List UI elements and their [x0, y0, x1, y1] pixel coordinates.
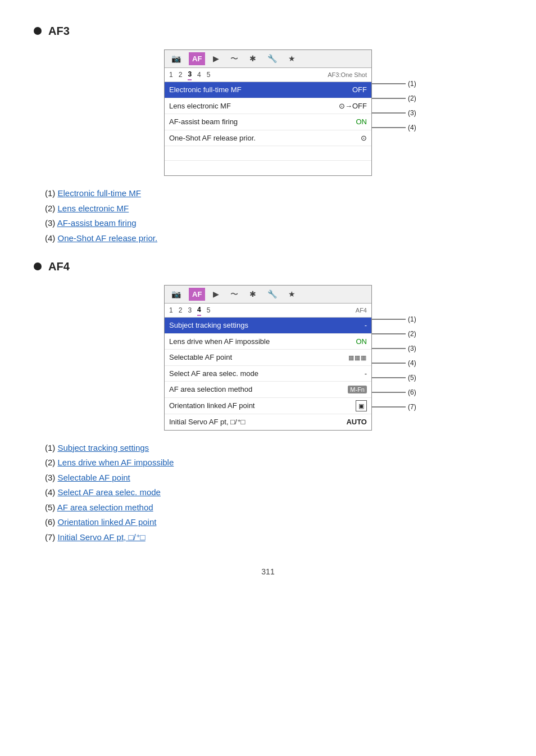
- af3-section: AF3 📷 AF ▶ 〜 ✱ 🔧 ★ 1 2 3: [34, 22, 502, 245]
- af3-link-4-anchor[interactable]: One-Shot AF release prior.: [58, 233, 158, 243]
- af4-subnav-2: 2: [179, 305, 183, 315]
- af4-menu-box: 📷 AF ▶ 〜 ✱ 🔧 ★ 1 2 3 4 5 AF4: [164, 285, 372, 431]
- af4-menu-container: 📷 AF ▶ 〜 ✱ 🔧 ★ 1 2 3 4 5 AF4: [34, 285, 502, 431]
- af4-link-3-anchor[interactable]: Selectable AF point: [58, 473, 130, 482]
- af3-row-2-label: Lens electronic MF: [169, 101, 339, 112]
- af4-tab-star: ★: [285, 287, 299, 301]
- af3-right-label: AF3:One Shot: [328, 70, 367, 80]
- af3-link-1: (1) Electronic full-time MF: [45, 187, 502, 200]
- af3-menu-container: 📷 AF ▶ 〜 ✱ 🔧 ★ 1 2 3 4 5 AF3:One Shot: [34, 49, 502, 176]
- af4-link-list: (1) Subject tracking settings (2) Lens d…: [45, 442, 502, 544]
- af4-row-4-value: -: [339, 368, 367, 379]
- af4-row-5: AF area selection method M-Fn: [165, 382, 371, 398]
- af4-row-1: Subject tracking settings -: [165, 318, 371, 334]
- af4-link-7: (7) Initial Servo AF pt, □/⁺□: [45, 531, 502, 544]
- af3-tab-wrench: 🔧: [264, 52, 280, 66]
- af4-row-7: Initial Servo AF pt, □/⁺□ AUTO: [165, 414, 371, 430]
- af3-row-2-value: ⊙→OFF: [339, 101, 367, 112]
- af4-link-5-anchor[interactable]: AF area selection method: [57, 503, 153, 512]
- af4-tab-camera: 📷: [168, 287, 184, 301]
- af3-row-4-value: ⊙: [339, 133, 367, 144]
- af4-subnav-3: 3: [188, 305, 192, 315]
- af4-tab-play: ▶: [210, 287, 222, 301]
- svg-text:(2): (2): [408, 94, 416, 102]
- af3-link-2: (2) Lens electronic MF: [45, 202, 502, 215]
- af4-row-7-label: Initial Servo AF pt, □/⁺□: [169, 417, 339, 428]
- af3-subnav-5: 5: [207, 70, 211, 80]
- af4-menu-tabs: 📷 AF ▶ 〜 ✱ 🔧 ★: [165, 286, 371, 304]
- af3-row-empty1: [165, 146, 371, 161]
- af3-menu-box: 📷 AF ▶ 〜 ✱ 🔧 ★ 1 2 3 4 5 AF3:One Shot: [164, 49, 372, 176]
- af3-subnav-3: 3: [188, 69, 192, 80]
- af4-link-2-anchor[interactable]: Lens drive when AF impossible: [58, 458, 174, 467]
- svg-text:(2): (2): [408, 330, 416, 338]
- af4-link-6-anchor[interactable]: Orientation linked AF point: [58, 517, 157, 527]
- af3-link-3-anchor[interactable]: AF-assist beam firing: [57, 218, 137, 228]
- af3-link-1-anchor[interactable]: Electronic full-time MF: [58, 188, 141, 198]
- af4-row-5-label: AF area selection method: [169, 384, 339, 395]
- svg-text:(5): (5): [408, 374, 416, 382]
- af4-link-4: (4) Select AF area selec. mode: [45, 486, 502, 499]
- af4-tab-wave: 〜: [227, 287, 242, 301]
- af4-right-label: AF4: [356, 306, 367, 315]
- af4-row-2: Lens drive when AF impossible ON: [165, 334, 371, 350]
- af3-subnav-4: 4: [197, 70, 201, 80]
- af4-tab-af: AF: [189, 288, 205, 301]
- af3-tab-play: ▶: [210, 52, 222, 66]
- af3-row-3-value: ON: [339, 116, 367, 128]
- af3-tab-star2: ✱: [246, 52, 260, 66]
- af3-row-1-value: OFF: [339, 84, 367, 96]
- af4-link-7-anchor[interactable]: Initial Servo AF pt, □/⁺□: [58, 532, 146, 542]
- af3-title: AF3: [48, 22, 70, 39]
- af4-row-1-value: -: [339, 320, 367, 331]
- af4-heading: AF4: [34, 258, 502, 275]
- svg-text:(1): (1): [408, 80, 416, 88]
- af4-link-4-anchor[interactable]: Select AF area selec. mode: [58, 487, 161, 497]
- af3-row-3-label: AF-assist beam firing: [169, 116, 339, 128]
- af4-row-3-value: ▦▦▦: [339, 353, 367, 363]
- svg-text:(4): (4): [408, 359, 416, 367]
- af4-row-2-label: Lens drive when AF impossible: [169, 336, 339, 347]
- af3-menu-tabs: 📷 AF ▶ 〜 ✱ 🔧 ★: [165, 50, 371, 68]
- af4-row-4: Select AF area selec. mode -: [165, 366, 371, 382]
- af3-tab-camera: 📷: [168, 52, 184, 66]
- af4-row-7-value: AUTO: [339, 417, 367, 428]
- af3-link-4: (4) One-Shot AF release prior.: [45, 232, 502, 245]
- af4-link-5: (5) AF area selection method: [45, 501, 502, 514]
- svg-text:(3): (3): [408, 109, 416, 117]
- af3-subnav-1: 1: [169, 70, 173, 80]
- af4-link-6: (6) Orientation linked AF point: [45, 516, 502, 529]
- af3-bullet: [34, 27, 42, 35]
- af4-bullet: [34, 262, 42, 270]
- af4-subnav-4: 4: [197, 305, 201, 316]
- af3-link-2-anchor[interactable]: Lens electronic MF: [58, 203, 129, 213]
- af3-subnav: 1 2 3 4 5 AF3:One Shot: [165, 68, 371, 82]
- af4-link-3: (3) Selectable AF point: [45, 472, 502, 485]
- af3-tab-wave: 〜: [227, 52, 242, 66]
- af4-subnav-1: 1: [169, 305, 173, 315]
- af3-row-3: AF-assist beam firing ON: [165, 114, 371, 130]
- af4-row-6-label: Orientation linked AF point: [169, 400, 339, 411]
- page-number: 311: [34, 566, 502, 578]
- af3-tab-star: ★: [285, 52, 299, 66]
- af4-row-2-value: ON: [339, 336, 367, 347]
- af4-link-1-anchor[interactable]: Subject tracking settings: [58, 443, 149, 452]
- af4-subnav: 1 2 3 4 5 AF4: [165, 304, 371, 318]
- af3-row-4: One-Shot AF release prior. ⊙: [165, 130, 371, 147]
- af4-tab-star2: ✱: [246, 287, 260, 301]
- af4-title: AF4: [48, 258, 70, 275]
- af3-row-1: Electronic full-time MF OFF: [165, 82, 371, 98]
- af4-row-3: Selectable AF point ▦▦▦: [165, 350, 371, 366]
- af3-link-3: (3) AF-assist beam firing: [45, 217, 502, 230]
- af4-link-2: (2) Lens drive when AF impossible: [45, 456, 502, 469]
- af4-row-6: Orientation linked AF point ▣: [165, 398, 371, 415]
- af3-link-list: (1) Electronic full-time MF (2) Lens ele…: [45, 187, 502, 245]
- svg-text:(3): (3): [408, 345, 416, 352]
- af4-row-1-label: Subject tracking settings: [169, 320, 339, 331]
- af3-tab-af: AF: [189, 52, 205, 66]
- af3-row-empty2: [165, 161, 371, 175]
- af4-subnav-5: 5: [207, 305, 211, 315]
- svg-text:(4): (4): [408, 124, 416, 132]
- af4-row-6-value: ▣: [339, 400, 367, 412]
- svg-text:(6): (6): [408, 388, 416, 396]
